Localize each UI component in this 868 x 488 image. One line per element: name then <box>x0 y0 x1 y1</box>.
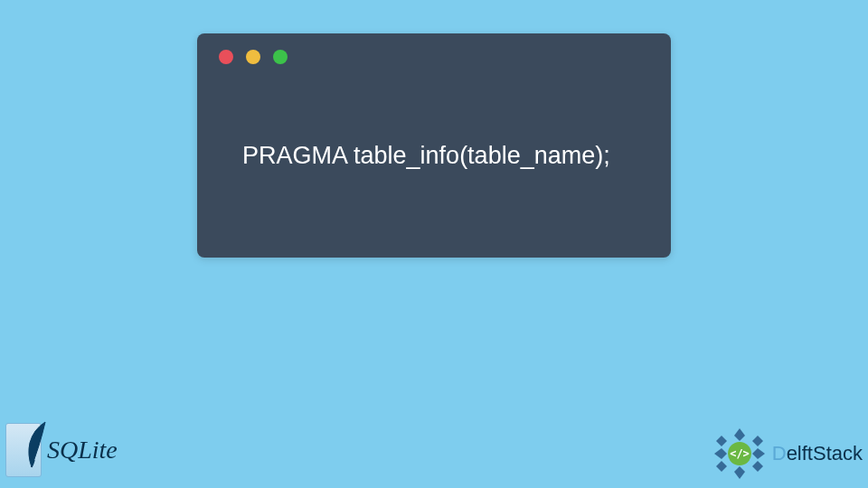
delft-rest: elftStack <box>787 442 863 465</box>
minimize-icon <box>246 50 260 64</box>
delftstack-logo: </> DelftStack <box>711 425 863 483</box>
sqlite-logo: SQLite <box>5 418 141 483</box>
svg-text:</>: </> <box>730 447 750 460</box>
code-content: PRAGMA table_info(table_name); <box>242 142 610 170</box>
sqlite-text: SQLite <box>47 436 118 465</box>
delftstack-text: DelftStack <box>772 442 863 465</box>
delftstack-emblem-icon: </> <box>711 425 769 483</box>
maximize-icon <box>273 50 288 64</box>
delft-d: D <box>772 442 787 465</box>
sqlite-box-icon <box>5 423 42 477</box>
traffic-lights <box>219 50 288 64</box>
code-window: PRAGMA table_info(table_name); <box>197 33 671 258</box>
feather-icon <box>23 420 50 471</box>
close-icon <box>219 50 233 64</box>
